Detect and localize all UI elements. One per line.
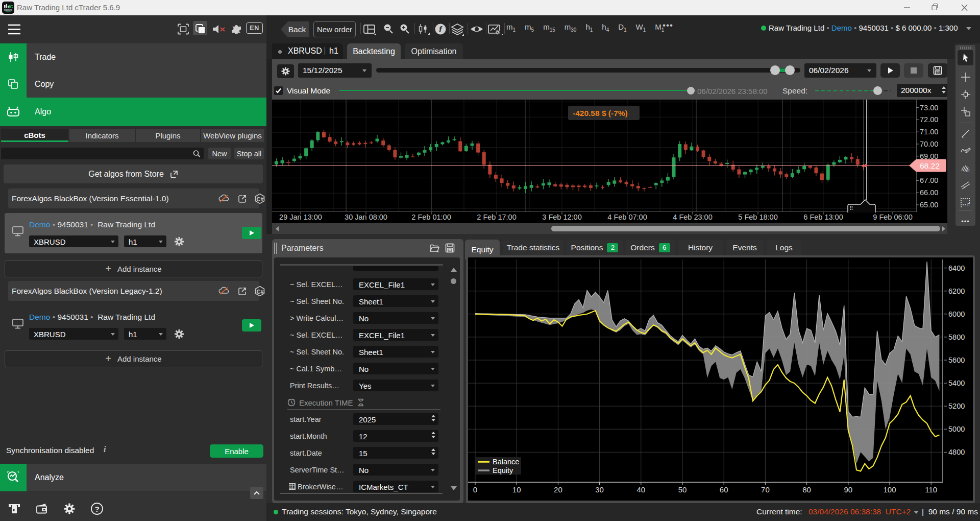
svg-text:40: 40 [636,485,645,494]
svg-text:65.00: 65.00 [920,201,938,209]
svg-text:3 Feb 12:00: 3 Feb 12:00 [542,213,581,221]
svg-text:F: F [967,202,970,207]
svg-text:4800: 4800 [948,448,965,456]
svg-text:?: ? [95,505,100,513]
svg-text:70.00: 70.00 [920,140,938,148]
svg-text:66.00: 66.00 [920,188,938,197]
svg-text:30 Jan 08:00: 30 Jan 08:00 [345,213,387,221]
svg-text:67.00: 67.00 [920,176,938,184]
svg-text:5400: 5400 [948,379,965,387]
svg-text:73.00: 73.00 [920,104,938,112]
svg-text:6000: 6000 [948,310,965,318]
svg-text:5600: 5600 [948,356,965,364]
svg-text:2 Feb 17:00: 2 Feb 17:00 [477,213,516,221]
svg-text:29 Jan 13:00: 29 Jan 13:00 [279,213,322,221]
svg-text:4 Feb 23:00: 4 Feb 23:00 [673,213,712,221]
svg-text:80: 80 [802,485,811,494]
svg-text:É: É [967,169,970,173]
svg-text:70: 70 [761,485,770,494]
svg-text:5000: 5000 [948,425,965,433]
svg-text:68.22: 68.22 [920,161,940,170]
svg-text:6 Feb 13:00: 6 Feb 13:00 [803,213,843,221]
svg-text:60: 60 [720,485,728,494]
svg-text:90: 90 [844,485,852,494]
svg-text:110: 110 [925,485,937,494]
svg-text:9 Feb 06:00: 9 Feb 06:00 [873,213,912,221]
svg-text:4 Feb 07:00: 4 Feb 07:00 [607,213,647,221]
svg-text:-420.58 $ (-7%): -420.58 $ (-7%) [573,109,628,117]
svg-text:71.00: 71.00 [920,128,938,136]
svg-text:5200: 5200 [948,402,965,410]
svg-text:100: 100 [883,485,896,494]
svg-text:2 Feb 01:00: 2 Feb 01:00 [411,213,451,221]
svg-text:5800: 5800 [948,333,965,341]
svg-text:C#: C# [257,196,264,202]
svg-text:72.00: 72.00 [920,115,938,124]
svg-text:30: 30 [595,485,604,494]
svg-text:5 Feb 18:00: 5 Feb 18:00 [738,213,777,221]
svg-text:C#: C# [257,289,264,295]
svg-text:50: 50 [678,485,687,494]
svg-text:69.00: 69.00 [920,152,938,160]
svg-text:Markets: Markets [4,9,13,11]
svg-text:Balance: Balance [493,458,519,466]
svg-text:6400: 6400 [948,264,965,272]
svg-text:6200: 6200 [948,287,965,295]
svg-text:10: 10 [512,485,521,494]
svg-text:0: 0 [473,485,477,494]
svg-text:Equity: Equity [493,466,513,475]
svg-text:20: 20 [554,485,562,494]
